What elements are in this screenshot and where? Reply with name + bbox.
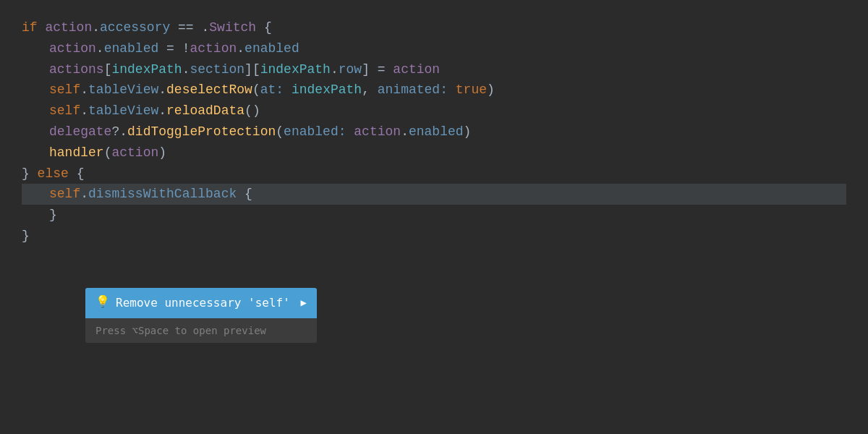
code-line-highlighted: self.dismissWithCallback { [22, 184, 846, 205]
code-line: if action.accessory == .Switch { [22, 17, 846, 38]
code-line: self.tableView.deselectRow(at: indexPath… [22, 80, 846, 101]
code-line: action.enabled = !action.enabled [22, 38, 846, 59]
var-action: action [45, 17, 92, 38]
keyword-if: if [22, 17, 45, 38]
quickfix-popup: 💡 Remove unnecessary 'self' ▶ Press ⌥Spa… [85, 288, 317, 343]
code-line: actions[indexPath.section][indexPath.row… [22, 59, 846, 80]
quickfix-arrow: ▶ [301, 295, 307, 311]
code-line: handler(action) [22, 142, 846, 163]
code-line: self.tableView.reloadData() [22, 101, 846, 122]
code-editor: if action.accessory == .Switch { action.… [0, 0, 868, 434]
quickfix-label: Remove unnecessary 'self' [116, 294, 295, 312]
code-line: delegate?.didToggleProtection(enabled: a… [22, 122, 846, 142]
code-line: } [22, 226, 846, 247]
quickfix-hint: Press ⌥Space to open preview [85, 318, 317, 343]
quickfix-item[interactable]: 💡 Remove unnecessary 'self' ▶ [85, 288, 317, 318]
code-line: } else { [22, 163, 846, 184]
bulb-icon: 💡 [95, 294, 110, 312]
code-line: } [22, 205, 846, 226]
